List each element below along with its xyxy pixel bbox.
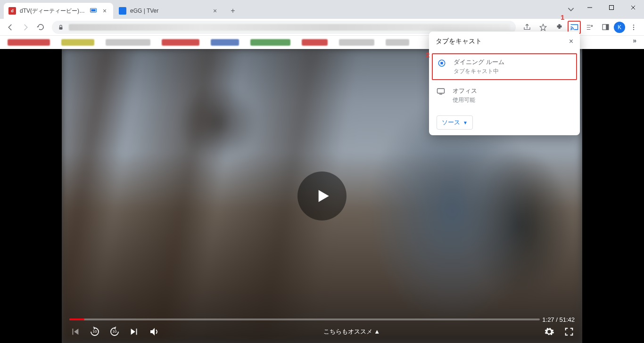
- prev-episode-button[interactable]: [69, 326, 81, 337]
- tab-search-button[interactable]: [563, 0, 579, 19]
- device-name: オフィス: [453, 87, 477, 95]
- svg-rect-9: [606, 24, 609, 30]
- cast-popup: タブをキャスト × ダイニング ルーム タブをキャスト中 オフィス 使用可能 ソ…: [429, 32, 580, 135]
- player-controls: 10 10 こちらもオススメ ▲: [69, 324, 575, 339]
- window-controls: [563, 0, 644, 19]
- bookmarks-overflow-button[interactable]: »: [633, 37, 636, 44]
- tab-close-button[interactable]: ×: [101, 7, 108, 15]
- svg-point-11: [633, 26, 634, 27]
- new-tab-button[interactable]: +: [226, 4, 239, 17]
- tab-tver[interactable]: eGG | TVer ×: [114, 3, 223, 19]
- cast-device-dining[interactable]: ダイニング ルーム タブをキャスト中: [432, 53, 577, 80]
- reload-button[interactable]: [33, 20, 48, 35]
- rewind-10-button[interactable]: 10: [89, 326, 100, 337]
- next-episode-button[interactable]: [129, 326, 140, 337]
- svg-rect-3: [610, 6, 614, 10]
- settings-gear-button[interactable]: [544, 326, 555, 337]
- url-text-blurred: [69, 24, 510, 31]
- cast-source-button[interactable]: ソース▼: [437, 115, 473, 130]
- dropdown-triangle-icon: ▼: [463, 120, 468, 125]
- svg-rect-1: [91, 9, 95, 12]
- svg-point-12: [633, 29, 634, 30]
- tab-dtv[interactable]: d dTV(ディーティービー)【初回無料 ×: [4, 3, 113, 19]
- chrome-menu-button[interactable]: [626, 20, 641, 35]
- svg-point-10: [633, 24, 634, 25]
- fullscreen-button[interactable]: [563, 326, 575, 337]
- tab-title: eGG | TVer: [130, 8, 211, 14]
- bookmark-blurred[interactable]: [162, 39, 199, 46]
- cast-popup-title: タブをキャスト: [436, 37, 569, 46]
- side-panel-button[interactable]: [598, 20, 613, 35]
- svg-rect-6: [59, 27, 63, 29]
- device-status: タブをキャスト中: [454, 67, 504, 75]
- progress-bar[interactable]: [69, 318, 540, 320]
- profile-avatar[interactable]: K: [614, 22, 625, 33]
- bookmark-blurred[interactable]: [339, 39, 374, 46]
- bookmark-blurred[interactable]: [106, 39, 150, 46]
- bookmark-blurred[interactable]: [211, 39, 239, 46]
- bookmark-blurred[interactable]: [61, 39, 94, 46]
- tab-title: dTV(ディーティービー)【初回無料: [20, 7, 90, 15]
- time-label: 1:27 / 51:42: [542, 316, 575, 323]
- window-titlebar: d dTV(ディーティービー)【初回無料 × eGG | TVer × +: [0, 0, 644, 19]
- svg-rect-14: [440, 62, 443, 64]
- cast-popup-close-button[interactable]: ×: [569, 37, 573, 46]
- cast-device-office[interactable]: オフィス 使用可能: [429, 82, 580, 109]
- svg-point-7: [570, 29, 571, 30]
- recommend-toggle[interactable]: こちらもオススメ ▲: [168, 327, 535, 336]
- stop-cast-icon: [438, 59, 447, 67]
- progress-elapsed: [69, 318, 84, 320]
- annotation-2: 2: [426, 51, 429, 59]
- favicon-dtv: d: [8, 7, 16, 15]
- lock-icon: [58, 24, 64, 31]
- bookmark-blurred[interactable]: [302, 39, 328, 46]
- bookmark-blurred[interactable]: [250, 39, 290, 46]
- forward-10-button[interactable]: 10: [109, 326, 120, 337]
- favicon-tver: [119, 7, 126, 15]
- tv-icon: [437, 88, 446, 95]
- bookmark-blurred[interactable]: [8, 39, 50, 46]
- minimize-button[interactable]: [579, 0, 601, 15]
- device-status: 使用可能: [453, 96, 477, 104]
- tab-strip: d dTV(ディーティービー)【初回無料 × eGG | TVer × +: [0, 0, 239, 19]
- maximize-button[interactable]: [601, 0, 622, 15]
- volume-button[interactable]: [149, 326, 160, 337]
- svg-rect-15: [438, 89, 445, 93]
- bookmark-blurred[interactable]: [386, 39, 409, 46]
- media-control-button[interactable]: [582, 20, 597, 35]
- device-name: ダイニング ルーム: [454, 58, 504, 66]
- back-button[interactable]: [3, 20, 18, 35]
- close-window-button[interactable]: [622, 0, 644, 15]
- annotation-1: 1: [561, 13, 564, 21]
- tab-close-button[interactable]: ×: [211, 7, 219, 15]
- cast-indicator-icon: [90, 7, 97, 15]
- play-button[interactable]: [297, 172, 347, 220]
- forward-button[interactable]: [18, 20, 33, 35]
